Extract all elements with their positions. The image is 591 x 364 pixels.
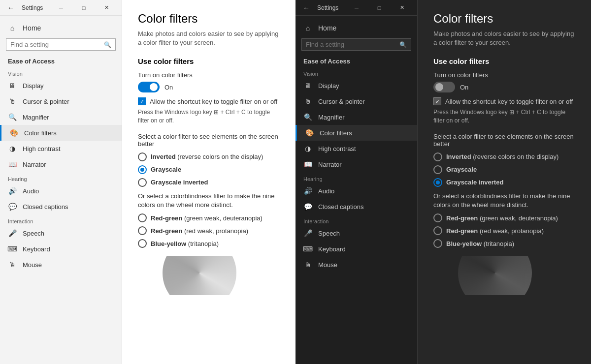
use-color-filters-title-light: Use color filters <box>138 57 280 65</box>
highcontrast-icon-dark: ◑ <box>303 144 312 153</box>
home-icon-dark: ⌂ <box>303 24 312 32</box>
radio-red-green-weak-outer-light[interactable] <box>138 213 147 222</box>
sidebar-item-display-dark[interactable]: 🖥 Display <box>296 78 417 93</box>
toggle-state-dark: On <box>460 84 468 91</box>
shortcut-checkbox-label-dark: Allow the shortcut key to toggle filter … <box>445 98 573 105</box>
radio-grayscale-inverted-outer-dark[interactable] <box>433 178 442 187</box>
search-input-dark[interactable] <box>306 41 396 48</box>
filter-select-label-light: Select a color filter to see elements on… <box>138 133 280 148</box>
search-box-light: 🔍 <box>6 38 116 51</box>
sidebar-home-label-dark: Home <box>318 24 336 32</box>
radio-red-green-red-dark[interactable]: Red-green (red weak, protanopia) <box>433 226 575 235</box>
page-title-light: Color filters <box>138 12 280 26</box>
sidebar-item-highcontrast-dark[interactable]: ◑ High contrast <box>296 141 417 156</box>
radio-grayscale-dark[interactable]: Grayscale <box>433 165 575 174</box>
hearing-section-label-dark: Hearing <box>296 172 417 183</box>
sidebar-item-colorfilters-light[interactable]: 🎨 Color filters <box>0 125 122 141</box>
sidebar-item-display-light[interactable]: 🖥 Display <box>0 78 122 93</box>
radio-red-green-red-outer-dark[interactable] <box>433 226 442 235</box>
audio-icon-light: 🔊 <box>8 186 17 195</box>
radio-blue-yellow-dark[interactable]: Blue-yellow (tritanopia) <box>433 239 575 248</box>
radio-inverted-light[interactable]: Inverted (reverse colors on the display) <box>138 152 280 161</box>
sidebar-home-dark[interactable]: ⌂ Home <box>296 20 417 36</box>
back-button-light[interactable]: ← <box>4 1 18 15</box>
radio-red-green-weak-dark[interactable]: Red-green (green weak, deuteranopia) <box>433 213 575 222</box>
radio-red-green-weak-outer-dark[interactable] <box>433 213 442 222</box>
sidebar-item-mouse-light[interactable]: 🖱 Mouse <box>0 257 122 273</box>
titlebar-title-light: Settings <box>22 4 43 11</box>
back-button-dark[interactable]: ← <box>299 1 313 15</box>
maximize-button-light[interactable]: □ <box>72 0 95 16</box>
sidebar-item-mouse-dark[interactable]: 🖱 Mouse <box>296 257 417 273</box>
colorfilters-icon-light: 🎨 <box>9 128 18 137</box>
helper-text-dark: Press the Windows logo key ⊞ + Ctrl + C … <box>433 108 575 125</box>
sidebar-item-speech-dark[interactable]: 🎤 Speech <box>296 225 417 241</box>
sidebar-item-speech-light[interactable]: 🎤 Speech <box>0 225 122 241</box>
search-box-dark: 🔍 <box>301 38 411 51</box>
radio-grayscale-outer-light[interactable] <box>138 165 147 174</box>
radio-grayscale-inverted-inner-dark <box>436 181 440 184</box>
sidebar-item-magnifier-light[interactable]: 🔍 Magnifier <box>0 109 122 125</box>
radio-grayscale-light[interactable]: Grayscale <box>138 165 280 174</box>
speech-icon-light: 🎤 <box>8 229 17 238</box>
radio-inverted-outer-dark[interactable] <box>433 152 442 161</box>
radio-blue-yellow-light[interactable]: Blue-yellow (tritanopia) <box>138 239 280 248</box>
shortcut-checkbox-dark[interactable]: ✓ <box>433 97 441 105</box>
minimize-button-light[interactable]: ─ <box>50 0 72 16</box>
color-filter-toggle-light[interactable] <box>138 82 160 92</box>
sidebar-item-narrator-light[interactable]: 📖 Narrator <box>0 156 122 172</box>
shortcut-checkbox-light[interactable]: ✓ <box>138 97 146 105</box>
radio-grayscale-outer-dark[interactable] <box>433 165 442 174</box>
radio-grayscale-inverted-light[interactable]: Grayscale inverted <box>138 178 280 187</box>
sidebar-item-keyboard-dark[interactable]: ⌨ Keyboard <box>296 241 417 257</box>
close-button-light[interactable]: ✕ <box>95 0 118 16</box>
sidebar-item-audio-light[interactable]: 🔊 Audio <box>0 183 122 199</box>
ease-of-access-label-light: Ease of Access <box>0 55 122 67</box>
color-filter-toggle-dark[interactable] <box>433 82 455 92</box>
radio-inverted-dark[interactable]: Inverted (reverse colors on the display) <box>433 152 575 161</box>
sidebar-item-narrator-dark[interactable]: 📖 Narrator <box>296 156 417 172</box>
helper-text-light: Press the Windows logo key ⊞ + Ctrl + C … <box>138 108 280 125</box>
sidebar-item-cursor-light[interactable]: 🖱 Cursor & pointer <box>0 93 122 109</box>
close-button-dark[interactable]: ✕ <box>391 0 413 16</box>
radio-blue-yellow-outer-light[interactable] <box>138 239 147 248</box>
highcontrast-icon-light: ◑ <box>8 144 17 153</box>
colorblind-label-dark: Or select a colorblindness filter to mak… <box>433 192 575 210</box>
radio-grayscale-inverted-outer-light[interactable] <box>138 178 147 187</box>
narrator-icon-dark: 📖 <box>303 160 312 169</box>
search-icon-light: 🔍 <box>104 41 111 48</box>
sidebar-item-magnifier-dark[interactable]: 🔍 Magnifier <box>296 109 417 125</box>
sidebar-item-cursor-dark[interactable]: 🖱 Cursor & pointer <box>296 93 417 109</box>
mouse-icon-light: 🖱 <box>8 260 17 269</box>
sidebar-item-audio-dark[interactable]: 🔊 Audio <box>296 183 417 199</box>
sidebar-home-light[interactable]: ⌂ Home <box>0 20 122 36</box>
radio-grayscale-inverted-dark[interactable]: Grayscale inverted <box>433 178 575 187</box>
vision-section-label-light: Vision <box>0 67 122 78</box>
color-wheel-dark <box>433 256 575 295</box>
radio-red-green-weak-light[interactable]: Red-green (green weak, deuteranopia) <box>138 213 280 222</box>
minimize-button-dark[interactable]: ─ <box>345 0 368 16</box>
page-desc-light: Make photos and colors easier to see by … <box>138 30 280 47</box>
radio-red-green-red-light[interactable]: Red-green (red weak, protanopia) <box>138 226 280 235</box>
mouse-icon-dark: 🖱 <box>303 260 312 269</box>
vision-section-label-dark: Vision <box>296 67 417 78</box>
sidebar-item-highcontrast-light[interactable]: ◑ High contrast <box>0 141 122 156</box>
keyboard-icon-dark: ⌨ <box>303 244 312 253</box>
radio-red-green-red-outer-light[interactable] <box>138 226 147 235</box>
filter-select-label-dark: Select a color filter to see elements on… <box>433 133 575 148</box>
search-input-light[interactable] <box>10 41 101 48</box>
sidebar-item-keyboard-light[interactable]: ⌨ Keyboard <box>0 241 122 257</box>
sidebar-item-captions-light[interactable]: 💬 Closed captions <box>0 199 122 214</box>
radio-blue-yellow-outer-dark[interactable] <box>433 239 442 248</box>
maximize-button-dark[interactable]: □ <box>368 0 391 16</box>
toggle-state-light: On <box>164 84 173 91</box>
cursor-icon-light: 🖱 <box>8 97 17 106</box>
page-desc-dark: Make photos and colors easier to see by … <box>433 30 575 47</box>
audio-icon-dark: 🔊 <box>303 186 312 195</box>
sidebar-item-colorfilters-dark[interactable]: 🎨 Color filters <box>296 125 417 141</box>
keyboard-icon-light: ⌨ <box>8 244 17 253</box>
page-title-dark: Color filters <box>433 12 575 26</box>
sidebar-item-captions-dark[interactable]: 💬 Closed captions <box>296 199 417 214</box>
speech-icon-dark: 🎤 <box>303 229 312 238</box>
radio-inverted-outer-light[interactable] <box>138 152 147 161</box>
